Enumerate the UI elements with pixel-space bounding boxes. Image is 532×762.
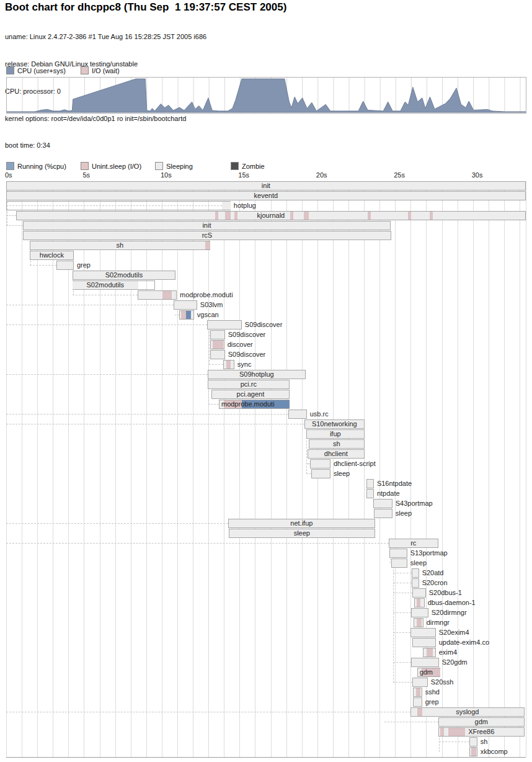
- unint-sleep-swatch-icon: [81, 162, 89, 170]
- process-label: rc: [389, 539, 438, 548]
- zombie-swatch-icon: [231, 162, 239, 170]
- state-segment-sleep: [222, 202, 231, 210]
- process-label: S13portmap: [410, 549, 448, 558]
- process-bar: [391, 558, 407, 568]
- state-segment-io: [213, 341, 223, 349]
- legend-item-zombie: Zombie: [231, 162, 265, 170]
- chart-bottom-border: [6, 757, 526, 758]
- grid-line: [100, 181, 100, 757]
- grid-line: [37, 181, 38, 757]
- axis-tick-30s: 30s: [472, 171, 483, 179]
- parent-child-connector: [393, 593, 412, 593]
- process-label: init: [6, 181, 526, 191]
- process-bar: [288, 410, 307, 419]
- process-bar: [469, 737, 477, 746]
- parent-child-connector: [209, 364, 223, 365]
- cpu-area-plot: [7, 78, 526, 113]
- parent-child-connector: [384, 722, 438, 722]
- process-label: grep: [425, 697, 439, 707]
- process-label: exim4: [439, 648, 457, 657]
- state-segment-run: [186, 311, 191, 319]
- process-label: gdm: [420, 668, 433, 677]
- parent-child-connector: [393, 662, 411, 663]
- process-bar: [412, 588, 426, 598]
- state-segment-io: [416, 688, 420, 696]
- io-wait-swatch-icon: [81, 66, 89, 74]
- process-label: S09discover: [245, 320, 283, 329]
- grid-line: [6, 181, 7, 757]
- cpu-user-sys-swatch-icon: [6, 66, 14, 74]
- cpu-utilization-chart: [6, 77, 526, 114]
- parent-child-connector: [439, 742, 469, 742]
- grid-line: [131, 181, 131, 757]
- process-bar: [412, 578, 419, 588]
- grid-line: [458, 181, 458, 757]
- parent-child-connector: [393, 563, 394, 683]
- process-bar: [138, 290, 177, 300]
- state-segment-io: [417, 619, 422, 627]
- grid-line: [146, 181, 147, 757]
- axis-tick-20s: 20s: [316, 171, 327, 179]
- process-label: dhclient: [308, 449, 365, 459]
- grid-line: [364, 181, 365, 757]
- process-label: S20dirmngr: [432, 608, 467, 617]
- axis-tick-5s: 5s: [82, 171, 90, 179]
- cpu-legend-label: CPU (user+sys): [17, 67, 66, 74]
- parent-child-connector: [6, 543, 389, 544]
- cpu-legend-item-io: I/O (wait): [81, 66, 120, 74]
- process-bar: [373, 499, 392, 508]
- grid-line: [255, 181, 255, 757]
- grid-line: [504, 181, 505, 757]
- process-bar: [366, 489, 374, 498]
- io-legend-label: I/O (wait): [92, 67, 120, 74]
- process-bar: [414, 618, 423, 627]
- parent-child-connector: [393, 583, 412, 583]
- grid-line: [239, 181, 240, 757]
- process-label: S43portmap: [396, 499, 433, 508]
- process-label: XFree86: [438, 727, 525, 737]
- grid-line: [442, 181, 443, 757]
- process-label: grep: [77, 261, 91, 270]
- process-bar: [179, 310, 194, 320]
- bootchart-page: Boot chart for dhcppc8 (Thu Sep 1 19:37:…: [0, 0, 532, 762]
- process-label: pci.rc: [208, 380, 290, 389]
- info-boot-time: boot time: 0:34: [5, 141, 206, 150]
- axis-tick-0s: 0s: [5, 171, 12, 179]
- process-gantt-chart: initkeventdhotplugkjournaldinitrcSshhwcl…: [0, 181, 532, 758]
- unint-sleep-legend-label: Unint.sleep (I/O): [92, 163, 141, 170]
- parent-child-connector: [6, 712, 410, 712]
- process-label: hwclock: [30, 251, 74, 260]
- process-bar: [223, 360, 234, 369]
- process-label: S09hotplug: [208, 370, 306, 379]
- process-label: keventd: [6, 191, 526, 200]
- process-label: kjournald: [16, 211, 526, 220]
- grid-line: [224, 181, 224, 757]
- process-label: dirmngr: [427, 618, 450, 627]
- running-swatch-icon: [6, 162, 14, 170]
- axis-tick-10s: 10s: [161, 171, 172, 179]
- process-label: modprobe.moduti: [180, 290, 233, 300]
- parent-child-connector: [73, 295, 138, 295]
- parent-child-connector: [393, 682, 412, 683]
- info-uname: uname: Linux 2.4.27-2-386 #1 Tue Aug 16 …: [5, 32, 206, 42]
- process-label: modprobe.moduti: [221, 400, 275, 409]
- process-bar: [174, 300, 197, 310]
- grid-line: [22, 181, 22, 757]
- grid-line: [115, 181, 116, 757]
- sleeping-swatch-icon: [155, 162, 163, 170]
- parent-child-connector: [6, 225, 23, 226]
- legend-item-unint-sleep: Unint.sleep (I/O): [81, 162, 141, 170]
- state-segment-io: [226, 361, 231, 369]
- state-segment-io: [181, 311, 186, 319]
- grid-line: [271, 181, 272, 757]
- process-label: S09discover: [228, 350, 266, 359]
- grid-line: [162, 181, 162, 757]
- grid-line: [395, 181, 396, 757]
- process-bar: [423, 648, 436, 657]
- grid-line: [379, 181, 380, 757]
- grid-line: [410, 181, 411, 757]
- process-label: pci.agent: [211, 390, 290, 399]
- grid-line: [520, 181, 520, 757]
- process-label: S02modutils: [68, 280, 143, 290]
- process-label: S20gdm: [442, 658, 468, 667]
